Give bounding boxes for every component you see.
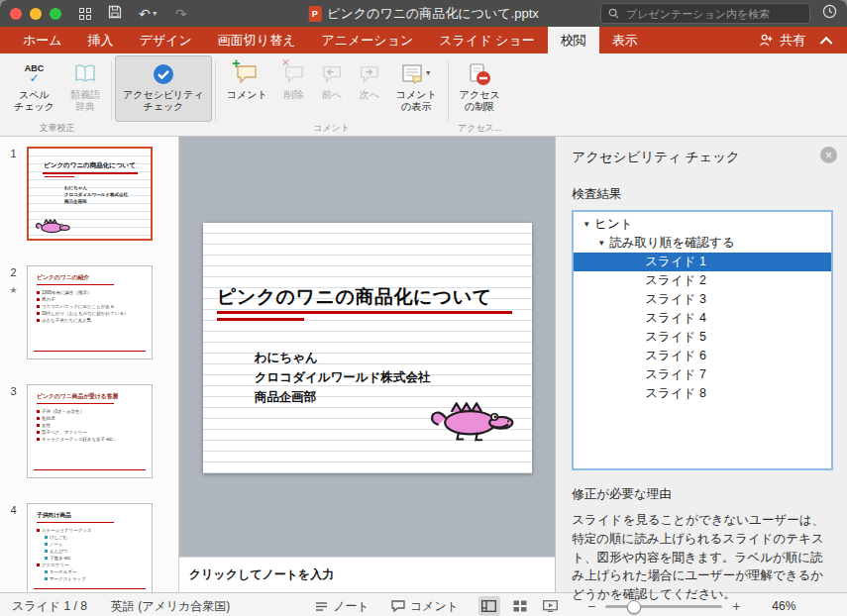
show-comments-icon: ▼: [401, 60, 432, 87]
previous-comment-icon: [321, 60, 343, 87]
tab-animations[interactable]: アニメーション: [308, 27, 426, 53]
results-listbox: ▼ヒント ▼読み取り順を確認する スライド 1 スライド 2 スライド 3 スラ…: [572, 210, 833, 470]
comments-toggle[interactable]: コメント: [391, 598, 459, 615]
notes-placeholder: クリックしてノートを入力: [189, 566, 335, 583]
slide-sorter-view-button[interactable]: [509, 596, 531, 616]
search-icon: [608, 8, 619, 19]
dropdown-arrow-icon: ▼: [425, 69, 432, 77]
tab-transitions[interactable]: 画面切り替え: [205, 27, 309, 53]
book-icon: [74, 60, 96, 87]
panel-title: アクセシビリティ チェック: [572, 149, 833, 166]
search-input[interactable]: [624, 7, 802, 21]
results-label: 検査結果: [572, 186, 833, 203]
tab-view[interactable]: 表示: [599, 27, 651, 53]
reason-title: 修正が必要な理由: [572, 486, 833, 503]
save-button[interactable]: [108, 5, 122, 23]
result-slide-5[interactable]: スライド 5: [574, 328, 831, 347]
result-slide-2[interactable]: スライド 2: [574, 271, 831, 290]
ribbon-tabbar: ホーム 挿入 デザイン 画面切り替え アニメーション スライド ショー 校閲 表…: [0, 27, 847, 53]
slideshow-view-button[interactable]: [540, 596, 562, 616]
collapse-ribbon-button[interactable]: [818, 27, 847, 53]
restrict-access-button[interactable]: アクセス の制限: [452, 55, 508, 122]
pink-crocodile-drawing[interactable]: [427, 391, 516, 443]
tab-insert[interactable]: 挿入: [75, 27, 127, 53]
notes-input-area[interactable]: クリックしてノートを入力: [179, 557, 556, 592]
normal-view-button[interactable]: [478, 596, 500, 616]
powerpoint-window: ↶▼ ↷ P ピンクのワニの商品化について.pptx ホーム 挿入 デザイン 画…: [0, 0, 847, 616]
next-comment-button[interactable]: 次へ: [351, 55, 388, 122]
result-slide-3[interactable]: スライド 3: [574, 290, 831, 309]
slide-canvas: ピンクのワニの商品化について わにちゃん クロコダイルワールド株式会社 商品企画…: [179, 137, 556, 557]
transition-star-icon: ★: [0, 285, 27, 295]
tab-review[interactable]: 校閲: [548, 27, 599, 53]
reason-text: スライドを見ることができないユーザーは、特定の順に読み上げられるスライドのテキス…: [572, 511, 831, 604]
slide-thumbnail-panel: 1 ピンクのワニの商品化について わにちゃん クロコダイルワールド株式会社 商品…: [0, 137, 179, 592]
tab-slideshow[interactable]: スライド ショー: [426, 27, 547, 53]
accessibility-check-button[interactable]: アクセシビリティ チェック: [115, 55, 212, 122]
thesaurus-button[interactable]: 類義語 辞典: [62, 55, 108, 122]
group-label-comments: コメント: [219, 122, 445, 136]
close-icon: ×: [825, 150, 832, 161]
thumbnail-slide-2[interactable]: 2★ ピンクのワニの紹介 1995年春に誕生（推定） 男の子 ワニワニパニックに…: [0, 265, 178, 359]
collapse-triangle-icon: ▼: [582, 220, 590, 229]
powerpoint-doc-icon: P: [308, 6, 321, 22]
show-comments-button[interactable]: ▼ コメント の表示: [388, 55, 445, 122]
next-comment-icon: [359, 60, 380, 87]
delete-comment-button[interactable]: ✕ 削除: [275, 55, 313, 122]
tree-item-hint[interactable]: ▼ヒント: [574, 215, 831, 234]
close-panel-button[interactable]: ×: [820, 147, 837, 163]
thumbnail-slide-1[interactable]: 1 ピンクのワニの商品化について わにちゃん クロコダイルワールド株式会社 商品…: [0, 147, 178, 241]
delete-comment-icon: ✕: [283, 60, 305, 87]
new-comment-icon: +: [235, 60, 259, 87]
result-slide-6[interactable]: スライド 6: [574, 347, 831, 365]
thumbnail-number: 1: [10, 148, 16, 159]
search-box[interactable]: [600, 3, 810, 24]
title-underline-short: [217, 318, 304, 321]
undo-button[interactable]: ↶▼: [139, 7, 159, 21]
add-person-icon: [759, 34, 774, 47]
slide-sorter-icon: [513, 600, 527, 612]
tab-home[interactable]: ホーム: [10, 27, 75, 53]
title-underline: [217, 311, 512, 314]
chevron-up-icon: [820, 37, 833, 50]
slide-counter: スライド 1 / 8: [12, 598, 87, 615]
zoom-slider-knob[interactable]: [627, 600, 641, 614]
slide-title-text[interactable]: ピンクのワニの商品化について: [217, 284, 520, 310]
pink-crocodile-thumbnail: [34, 215, 71, 236]
redo-button[interactable]: ↷: [175, 5, 187, 23]
result-slide-7[interactable]: スライド 7: [574, 365, 831, 384]
collapse-triangle-icon: ▼: [597, 239, 605, 248]
window-title: ピンクのワニの商品化について.pptx: [327, 5, 539, 23]
group-label-access: アクセス...: [452, 122, 508, 136]
app-grid-icon[interactable]: [79, 8, 91, 20]
titlebar: ↶▼ ↷ P ピンクのワニの商品化について.pptx: [0, 0, 847, 27]
comment-icon: [391, 600, 405, 612]
slide-body-text[interactable]: わにちゃん クロコダイルワールド株式会社 商品企画部: [255, 348, 431, 407]
result-slide-4[interactable]: スライド 4: [574, 309, 831, 328]
new-comment-button[interactable]: + コメント: [219, 55, 275, 122]
traffic-lights: [10, 8, 61, 20]
tab-design[interactable]: デザイン: [127, 27, 205, 53]
zoom-slider[interactable]: [605, 605, 722, 608]
share-button[interactable]: 共有: [746, 27, 818, 53]
zoom-window-button[interactable]: [50, 8, 61, 20]
previous-comment-button[interactable]: 前へ: [313, 55, 351, 122]
recent-activity-icon[interactable]: [822, 4, 837, 23]
tree-item-reading-order[interactable]: ▼読み取り順を確認する: [574, 234, 831, 253]
spell-check-button[interactable]: ABC✓ スペル チェック: [6, 55, 62, 122]
language-indicator[interactable]: 英語 (アメリカ合衆国): [111, 598, 230, 615]
accessibility-checker-panel: アクセシビリティ チェック × 検査結果 ▼ヒント ▼読み取り順を確認する スラ…: [555, 137, 847, 592]
slideshow-icon: [543, 600, 558, 612]
thumbnail-slide-3[interactable]: 3 ピンクのワニ商品が受ける客層 子供（0才～小学生） 乳幼児 女性 親子ペア、…: [0, 384, 178, 478]
ribbon: ABC✓ スペル チェック 類義語 辞典 文章校正 アクセシビリティ チェック: [0, 53, 847, 137]
restrict-access-icon: [468, 60, 491, 87]
notes-icon: [315, 601, 328, 612]
slide-editor[interactable]: ピンクのワニの商品化について わにちゃん クロコダイルワールド株式会社 商品企画…: [203, 223, 532, 473]
spell-check-icon: ABC✓: [25, 60, 45, 87]
result-slide-8[interactable]: スライド 8: [574, 384, 831, 403]
notes-toggle[interactable]: ノート: [315, 598, 370, 615]
result-slide-1[interactable]: スライド 1: [574, 253, 831, 271]
thumbnail-slide-4[interactable]: 4 子供向け商品 ステーショナリーグッズ けしごむ ノート えんぴつ 下敷き e…: [0, 503, 178, 592]
minimize-window-button[interactable]: [30, 8, 42, 20]
close-window-button[interactable]: [10, 8, 22, 20]
